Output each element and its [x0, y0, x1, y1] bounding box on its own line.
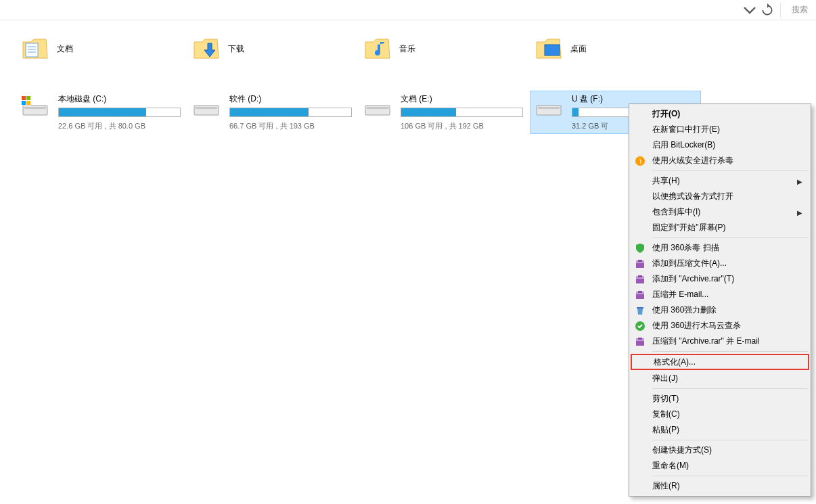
folder-icon [22, 37, 49, 61]
search-input[interactable]: 搜索 [792, 4, 808, 16]
drive-label: 文档 (E:) [401, 93, 523, 105]
menu-separator [652, 388, 808, 389]
svg-rect-4 [545, 45, 560, 55]
menu-360-force-delete[interactable]: 使用 360强力删除 [631, 302, 809, 318]
folder-label: 音乐 [399, 43, 415, 55]
menu-rename[interactable]: 重命名(M) [631, 458, 809, 474]
shield-360-icon [635, 243, 645, 254]
refresh-button[interactable] [760, 3, 775, 18]
menu-copy[interactable]: 复制(C) [631, 407, 809, 422]
svg-rect-9 [26, 96, 30, 100]
drive-space: 106 GB 可用 , 共 192 GB [401, 121, 523, 131]
svg-rect-28 [637, 307, 643, 308]
menu-share[interactable]: 共享(H)▶ [631, 173, 809, 189]
menu-separator [652, 351, 808, 352]
search-placeholder: 搜索 [792, 4, 808, 16]
submenu-arrow-icon: ▶ [797, 208, 802, 216]
drive-label: 软件 (D:) [229, 93, 352, 105]
trash-360-icon [635, 305, 645, 316]
desktop-folder[interactable]: 桌面 [530, 34, 701, 64]
context-menu: 打开(O) 在新窗口中打开(E) 启用 BitLocker(B) 使用火绒安全进… [629, 104, 811, 497]
menu-eject[interactable]: 弹出(J) [631, 371, 809, 386]
folder-label: 下载 [228, 43, 244, 55]
menu-huorong-scan[interactable]: 使用火绒安全进行杀毒 [631, 153, 809, 168]
capacity-bar [229, 108, 352, 117]
submenu-arrow-icon: ▶ [797, 177, 802, 185]
svg-rect-11 [26, 101, 30, 105]
folder-label: 文档 [57, 43, 73, 55]
menu-add-archive-rar[interactable]: 添加到 "Archive.rar"(T) [631, 271, 809, 287]
menu-include-library[interactable]: 包含到库中(I)▶ [631, 204, 809, 220]
drive-e[interactable]: 文档 (E:) 106 GB 可用 , 共 192 GB [359, 91, 530, 134]
menu-pin-start[interactable]: 固定到"开始"屏幕(P) [631, 220, 809, 235]
folders-row: 文档 下载 音乐 [16, 34, 800, 64]
huorong-icon [635, 156, 645, 166]
winrar-icon [635, 290, 645, 300]
menu-add-archive[interactable]: 添加到压缩文件(A)... [631, 256, 809, 271]
svg-rect-17 [538, 107, 560, 109]
svg-rect-6 [24, 107, 46, 109]
menu-compress-to-email[interactable]: 压缩到 "Archive.rar" 并 E-mail [631, 334, 809, 349]
folder-label: 桌面 [570, 43, 587, 55]
svg-rect-21 [638, 260, 642, 262]
downloads-folder[interactable]: 下载 [187, 34, 359, 64]
menu-paste[interactable]: 粘贴(P) [631, 422, 809, 438]
menu-enable-bitlocker[interactable]: 启用 BitLocker(B) [631, 137, 809, 153]
svg-rect-8 [22, 96, 26, 100]
winrar-icon [635, 274, 645, 285]
menu-open-new-window[interactable]: 在新窗口中打开(E) [631, 122, 809, 137]
folder-icon [364, 37, 391, 61]
capacity-bar [401, 108, 523, 117]
svg-rect-0 [26, 43, 38, 57]
toolbar-separator [780, 3, 781, 18]
menu-360-trojan-scan[interactable]: 使用 360进行木马云查杀 [631, 318, 809, 334]
menu-properties[interactable]: 属性(R) [631, 478, 809, 494]
menu-separator [652, 237, 808, 238]
cloud-scan-360-icon [635, 321, 645, 331]
svg-rect-24 [638, 275, 642, 277]
drive-icon [535, 96, 562, 118]
drive-info: 本地磁盘 (C:) 22.6 GB 可用 , 共 80.0 GB [58, 93, 181, 131]
folder-icon [193, 37, 220, 61]
menu-create-shortcut[interactable]: 创建快捷方式(S) [631, 442, 809, 458]
menu-open[interactable]: 打开(O) [631, 106, 809, 122]
menu-360-scan[interactable]: 使用 360杀毒 扫描 [631, 240, 809, 256]
folder-icon [535, 37, 562, 61]
drive-info: 软件 (D:) 66.7 GB 可用 , 共 193 GB [229, 93, 352, 131]
drive-space: 22.6 GB 可用 , 共 80.0 GB [58, 121, 181, 131]
history-dropdown[interactable] [742, 3, 757, 18]
drive-label: 本地磁盘 (C:) [58, 93, 181, 105]
drive-info: 文档 (E:) 106 GB 可用 , 共 192 GB [401, 93, 523, 131]
drive-icon [22, 96, 49, 118]
documents-folder[interactable]: 文档 [16, 34, 187, 64]
svg-rect-13 [196, 107, 217, 109]
capacity-bar [58, 108, 181, 117]
menu-compress-email[interactable]: 压缩并 E-mail... [631, 287, 809, 302]
drive-c[interactable]: 本地磁盘 (C:) 22.6 GB 可用 , 共 80.0 GB [16, 91, 187, 134]
menu-separator [652, 170, 808, 171]
drive-space: 66.7 GB 可用 , 共 193 GB [229, 121, 352, 131]
svg-rect-10 [22, 101, 26, 105]
menu-separator [652, 440, 808, 440]
svg-rect-27 [638, 291, 642, 293]
winrar-icon [635, 336, 645, 347]
drive-icon [364, 96, 391, 118]
menu-open-portable[interactable]: 以便携式设备方式打开 [631, 189, 809, 204]
drive-d[interactable]: 软件 (D:) 66.7 GB 可用 , 共 193 GB [187, 91, 359, 134]
address-toolbar: 搜索 [0, 0, 816, 20]
drive-icon [193, 96, 220, 118]
music-folder[interactable]: 音乐 [359, 34, 530, 64]
menu-format[interactable]: 格式化(A)... [631, 354, 809, 370]
menu-cut[interactable]: 剪切(T) [631, 391, 809, 407]
winrar-icon [635, 258, 645, 269]
menu-separator [652, 476, 808, 476]
svg-rect-32 [638, 338, 642, 340]
svg-rect-15 [367, 107, 388, 109]
